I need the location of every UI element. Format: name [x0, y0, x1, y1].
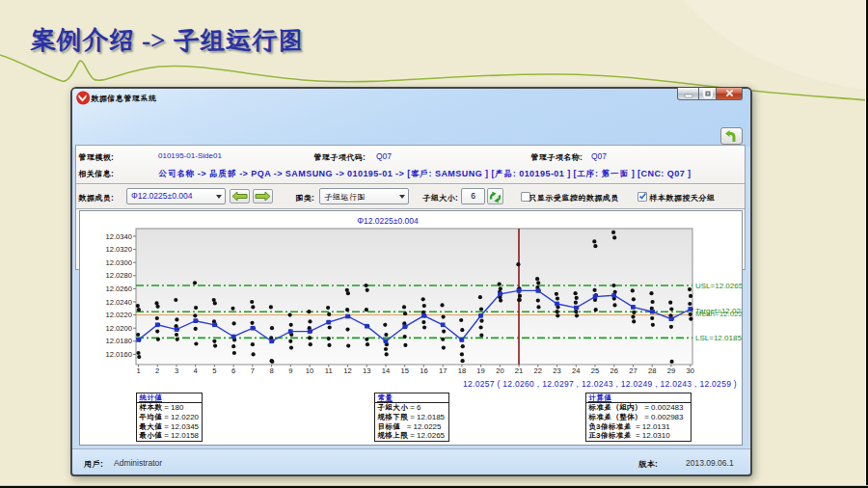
svg-text:10: 10	[306, 366, 313, 375]
svg-text:1: 1	[136, 366, 140, 375]
svg-text:17: 17	[439, 366, 447, 375]
svg-text:16: 16	[420, 366, 427, 375]
svg-text:6: 6	[231, 366, 235, 375]
svg-text:24: 24	[572, 366, 580, 375]
svg-text:15: 15	[400, 366, 408, 375]
svg-text:25: 25	[591, 366, 599, 375]
svg-text:7: 7	[251, 366, 255, 375]
svg-text:3: 3	[175, 366, 178, 375]
svg-text:22: 22	[534, 366, 542, 375]
svg-text:4: 4	[194, 366, 198, 375]
svg-text:12.0200: 12.0200	[106, 324, 132, 333]
svg-text:8: 8	[269, 366, 273, 375]
svg-text:12.0160: 12.0160	[106, 350, 132, 359]
svg-text:26: 26	[610, 366, 618, 375]
svg-text:LSL=12.0185: LSL=12.0185	[695, 334, 742, 342]
svg-text:12.0280: 12.0280	[106, 271, 132, 280]
svg-text:14: 14	[382, 366, 390, 375]
svg-text:28: 28	[648, 366, 656, 375]
svg-text:12.0300: 12.0300	[106, 258, 132, 267]
svg-text:12.0320: 12.0320	[106, 245, 132, 254]
svg-text:23: 23	[553, 366, 560, 375]
svg-text:12.0180: 12.0180	[106, 337, 132, 345]
svg-text:5: 5	[212, 366, 216, 375]
svg-text:11: 11	[325, 366, 333, 375]
svg-text:18: 18	[458, 366, 466, 375]
svg-text:12.0260: 12.0260	[106, 285, 132, 293]
svg-text:USL=12.0265: USL=12.0265	[695, 282, 742, 290]
svg-text:20: 20	[496, 366, 503, 375]
svg-text:12.0257 ( 12.0260 , 12.0297 ,: 12.0257 ( 12.0260 , 12.0297 , 12.0243 , …	[463, 379, 737, 389]
svg-text:19: 19	[476, 366, 484, 375]
svg-text:9: 9	[288, 366, 292, 375]
svg-text:2: 2	[155, 366, 159, 375]
svg-text:Mean=12.0220: Mean=12.0220	[695, 310, 742, 318]
svg-text:12.0220: 12.0220	[106, 311, 132, 319]
svg-text:12.0240: 12.0240	[106, 298, 132, 307]
svg-text:30: 30	[686, 366, 693, 375]
svg-text:29: 29	[667, 366, 675, 375]
svg-text:13: 13	[363, 366, 370, 375]
svg-text:Φ12.0225±0.004: Φ12.0225±0.004	[357, 216, 419, 226]
svg-text:12: 12	[343, 366, 351, 375]
svg-text:27: 27	[629, 366, 637, 375]
svg-text:21: 21	[515, 366, 523, 375]
svg-text:12.0340: 12.0340	[106, 232, 132, 241]
